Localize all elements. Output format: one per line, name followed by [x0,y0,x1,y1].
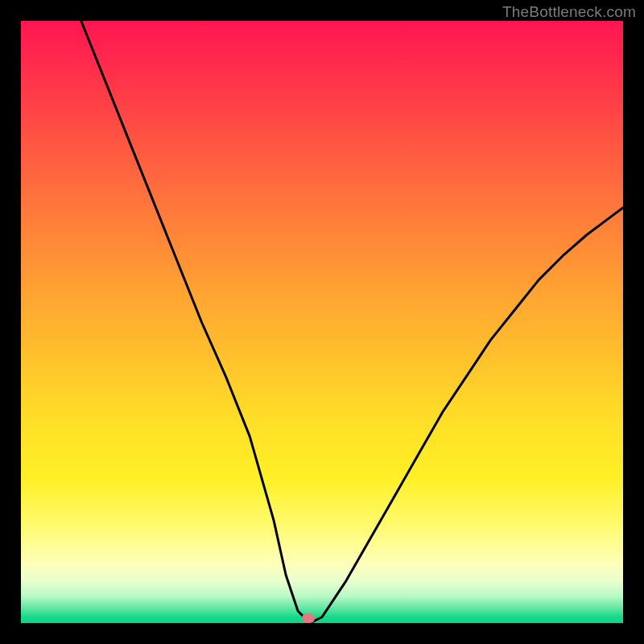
bottleneck-curve [21,21,623,623]
minimum-marker [302,613,315,623]
chart-stage: TheBottleneck.com [0,0,644,644]
plot-area [21,21,623,623]
watermark-text: TheBottleneck.com [502,3,636,21]
